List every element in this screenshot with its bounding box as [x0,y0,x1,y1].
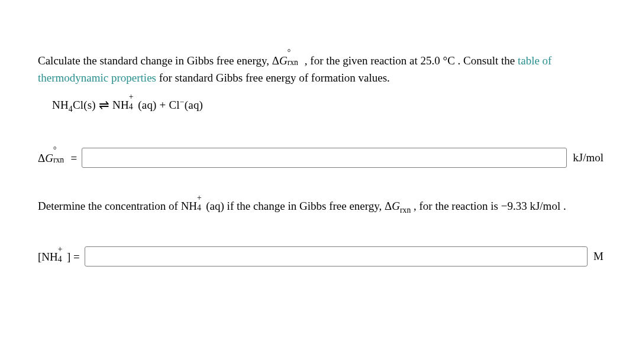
q1-intro-a: Calculate the standard change in Gibbs f… [38,54,272,67]
q2-text-d: . [560,200,566,212]
concentration-input[interactable] [85,246,588,266]
answer1-label: ΔG°rxn = [38,151,77,165]
answer2-label: [NH+4 ] = [38,249,80,264]
answer-row-gibbs: ΔG°rxn = kJ/mol [38,148,604,168]
gibbs-energy-input[interactable] [82,148,567,168]
answer1-unit: kJ/mol [573,151,604,164]
q1-intro-c: for standard Gibbs free energy of format… [156,72,390,84]
q2-text-a: Determine the concentration of [38,200,181,212]
q2-text-c: , for the reaction is [411,200,501,212]
reaction-equation: NH4Cl(s) ⇌ NH+4 (aq) + Cl−(aq) [52,98,604,112]
q2-text-b: if the change in Gibbs free energy, [224,200,385,212]
question2-prompt: Determine the concentration of NH+4 (aq)… [38,197,604,214]
answer-row-concentration: [NH+4 ] = M [38,246,604,266]
q2-value: −9.33 kJ/mol [501,200,560,212]
question1-prompt: Calculate the standard change in Gibbs f… [38,52,604,87]
q1-intro-b: , for the given reaction at 25.0 °C . Co… [302,54,518,67]
answer2-unit: M [593,250,604,263]
